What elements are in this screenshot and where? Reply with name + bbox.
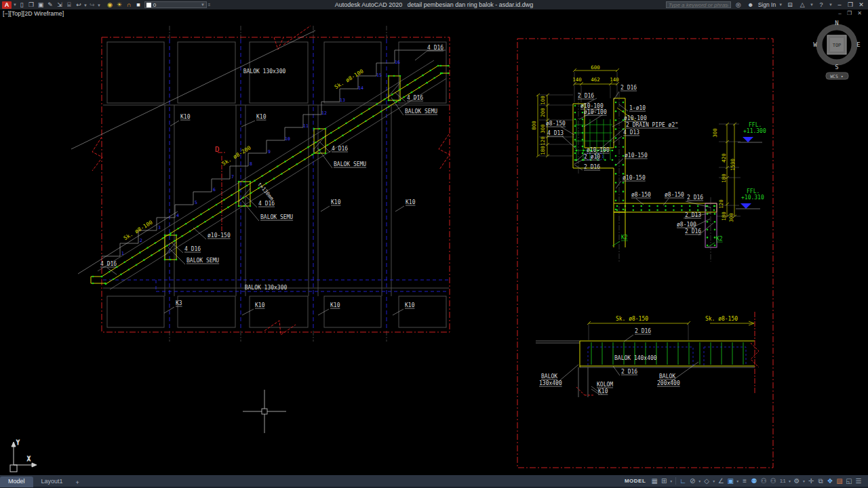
cad-text-label: Sk. ø8-150 — [705, 316, 738, 322]
cad-text-label: K10 — [180, 114, 191, 120]
otrack-icon[interactable]: ∠ — [717, 477, 725, 485]
cad-text-label: 300 — [728, 213, 734, 222]
cad-text-label: 4 D16 — [184, 246, 201, 252]
chevron-down-icon[interactable]: ▼ — [83, 3, 87, 7]
autodesk-alert-icon[interactable]: △ — [798, 1, 806, 8]
maximize-button[interactable]: ❐ — [846, 1, 854, 8]
move-icon[interactable]: ✛ — [807, 477, 815, 485]
ortho-icon[interactable]: ∟ — [679, 477, 687, 485]
layer-color-swatch — [146, 3, 151, 7]
doc-close-button[interactable]: ✕ — [857, 10, 864, 16]
chevron-down-icon[interactable]: ▼ — [698, 479, 701, 483]
step-number: 11 — [303, 123, 309, 129]
cad-text-label: K2 — [621, 235, 628, 241]
save-icon[interactable]: ▣ — [37, 1, 45, 8]
undo-icon[interactable]: ↩ — [75, 1, 83, 8]
plot-icon[interactable]: ⌸ — [65, 1, 73, 9]
viewcube-west: W — [813, 41, 817, 48]
workspace-gear-icon[interactable]: ⚙ — [793, 477, 801, 485]
separator — [675, 477, 676, 485]
help-icon[interactable]: ? — [817, 1, 825, 8]
isolate-objects-icon[interactable]: ⧉ — [816, 477, 825, 485]
chevron-down-icon[interactable]: ▼ — [788, 479, 791, 483]
annotation-scale-icon[interactable]: ⚇ — [769, 477, 777, 485]
cad-text-label: 300 — [712, 128, 718, 138]
doc-minimize-button[interactable]: – — [838, 10, 843, 16]
model-space-indicator[interactable]: MODEL — [625, 478, 646, 484]
doc-restore-button[interactable]: ❐ — [847, 10, 854, 16]
layer-dropdown[interactable]: 0 ▼ — [144, 1, 207, 8]
app-store-cart-icon[interactable]: ⊟ — [786, 1, 794, 8]
bulb-icon[interactable]: ◉ — [106, 1, 114, 8]
cad-text-label: 2 D16 — [685, 228, 701, 235]
cad-text-label: 2 D16 — [687, 195, 703, 201]
isodraft-icon[interactable]: ◇ — [703, 477, 711, 485]
snap-icon[interactable]: ⊞ — [660, 477, 668, 485]
chevron-down-icon[interactable]: ▼ — [802, 479, 806, 483]
chevron-down-icon[interactable]: ▼ — [810, 3, 814, 7]
hardware-accel-icon[interactable]: ▨ — [835, 477, 844, 485]
user-icon: ☻ — [747, 1, 755, 8]
tab-model[interactable]: Model — [0, 476, 33, 487]
viewcube-top-face: TOP — [833, 43, 842, 48]
sun-icon[interactable]: ☀ — [115, 1, 123, 8]
save-as-icon[interactable]: ✎ — [46, 1, 54, 8]
chevron-down-icon[interactable]: ▼ — [736, 479, 739, 483]
chevron-down-icon[interactable]: ▼ — [97, 3, 101, 7]
open-folder-icon[interactable]: ❐ — [27, 1, 35, 8]
cad-text-label: +10.310 — [741, 195, 764, 201]
cad-text-label: BALOK SEMU — [405, 108, 437, 115]
step-number: 15 — [376, 73, 382, 78]
viewcube[interactable]: TOP N S W E WCS ▾ — [813, 20, 860, 79]
cad-text-label: BALOK 130x300 — [243, 68, 286, 75]
viewcube-north: N — [835, 20, 838, 26]
search-icon[interactable]: ◎ — [734, 1, 743, 8]
chevron-down-icon[interactable]: ▼ — [712, 479, 715, 483]
chevron-down-icon[interactable]: ▼ — [778, 3, 783, 7]
extension-lines — [539, 72, 741, 340]
clean-screen-icon[interactable]: ◱ — [845, 477, 853, 485]
export-icon[interactable]: ⇲ — [56, 1, 64, 8]
cad-text-label: ø10-150 — [625, 152, 648, 159]
close-button[interactable]: ✕ — [857, 1, 865, 8]
graphics-performance-icon[interactable]: ❖ — [826, 477, 834, 485]
redo-icon[interactable]: ↪ — [88, 1, 96, 8]
step-number: 3 — [158, 225, 161, 230]
viewcube-east: E — [856, 41, 860, 48]
cad-text-label: ø8-100 — [677, 222, 696, 228]
cad-text-label: 2 D16 — [578, 93, 594, 99]
cad-text-label: FFL. — [747, 188, 760, 195]
customize-toolbar-icon[interactable]: ≡ — [208, 3, 211, 7]
chevron-down-icon[interactable]: ▼ — [829, 3, 833, 7]
autocad-logo[interactable]: A — [2, 1, 12, 9]
annotation-scale-value[interactable]: 1:1 — [778, 479, 787, 483]
model-space-canvas[interactable]: 4 D16BALOK 130x300K10K104 D16BALOK SEMU4… — [0, 18, 868, 475]
cad-text-label: K10 — [405, 302, 415, 308]
customization-icon[interactable]: ☰ — [854, 477, 863, 485]
new-layout-button[interactable]: + — [71, 478, 84, 487]
osnap-icon[interactable]: ▣ — [726, 477, 734, 485]
tab-layout1[interactable]: Layout1 — [33, 476, 71, 487]
grid-icon[interactable]: ▦ — [650, 477, 658, 485]
annotation-autoscale-icon[interactable]: ⚇ — [760, 477, 768, 485]
new-file-icon[interactable]: ▯ — [18, 1, 26, 8]
cad-text-label: 2 D16 — [621, 369, 637, 375]
polar-tracking-icon[interactable]: ⊘ — [688, 477, 696, 485]
cad-text-label: BALOK — [541, 373, 557, 380]
step-number: 8 — [250, 161, 252, 167]
lineweight-icon[interactable]: ≡ — [741, 477, 749, 485]
search-input[interactable] — [666, 1, 731, 8]
swatch-icon[interactable]: ■ — [134, 1, 142, 8]
sign-in-button[interactable]: Sign In — [758, 1, 776, 8]
quick-access-toolbar: ▯❐▣✎⇲⌸↩▼↪▼◉☀∩■ — [17, 1, 143, 9]
minimize-button[interactable]: – — [835, 1, 844, 8]
lock-icon[interactable]: ∩ — [125, 1, 133, 8]
cad-drawing: 4 D16BALOK 130x300K10K104 D16BALOK SEMU4… — [0, 18, 868, 475]
cad-text-label: K10 — [330, 302, 340, 308]
cad-text-label: 2 D16 — [584, 164, 600, 170]
step-number: 2 — [140, 238, 142, 243]
viewport-controls[interactable]: [−][Top][2D Wireframe] — [3, 10, 64, 17]
cad-text-label: 100 — [540, 96, 546, 105]
annotation-visibility-icon[interactable]: ⚉ — [750, 477, 758, 485]
chevron-down-icon[interactable]: ▼ — [669, 479, 673, 483]
